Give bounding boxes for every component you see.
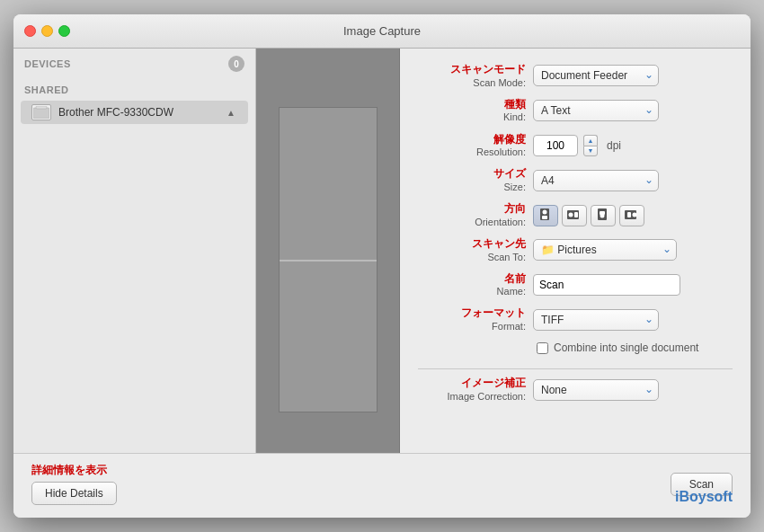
- format-control: TIFF: [533, 309, 659, 331]
- resolution-stepper: ▲ ▼: [583, 135, 598, 156]
- scan-to-control: 📁 Pictures: [533, 239, 677, 261]
- separator: [418, 368, 733, 369]
- resolution-control: ▲ ▼ dpi: [533, 135, 621, 156]
- resolution-label-group: 解像度 Resolution:: [418, 133, 526, 159]
- size-label-group: サイズ Size:: [418, 167, 526, 193]
- hide-details-button[interactable]: Hide Details: [31, 482, 117, 505]
- orientation-jp: 方向: [504, 202, 526, 217]
- kind-dropdown-wrapper: A Text: [533, 100, 659, 121]
- format-en: Format:: [492, 321, 526, 332]
- orientation-en: Orientation:: [475, 217, 526, 228]
- main-window: Image Capture DEVICES 0 SHARED Brother M: [13, 14, 751, 518]
- scan-to-label-group: スキャン先 Scan To:: [418, 237, 526, 263]
- iboysoft-logo-text: iBoysoft: [675, 489, 733, 504]
- scan-to-jp: スキャン先: [472, 237, 526, 252]
- image-correction-select[interactable]: None: [533, 379, 659, 401]
- image-correction-en: Image Correction:: [448, 391, 526, 403]
- kind-control: A Text: [533, 100, 659, 121]
- scan-mode-dropdown-wrapper: Document Feeder: [533, 65, 659, 86]
- shared-label: SHARED: [13, 79, 255, 99]
- format-jp: フォーマット: [461, 306, 526, 321]
- maximize-button[interactable]: [58, 25, 70, 37]
- svg-point-12: [633, 212, 637, 217]
- name-input[interactable]: [533, 274, 680, 296]
- orientation-landscape-btn[interactable]: [562, 205, 587, 226]
- format-dropdown-wrapper: TIFF: [533, 309, 659, 331]
- svg-point-6: [569, 212, 573, 217]
- scan-mode-en: Scan Mode:: [473, 77, 526, 89]
- image-correction-dropdown-wrapper: None: [533, 379, 659, 401]
- traffic-lights: [24, 25, 70, 37]
- kind-select[interactable]: A Text: [533, 100, 659, 121]
- svg-rect-0: [33, 108, 49, 119]
- orientation-label-group: 方向 Orientation:: [418, 202, 526, 228]
- scan-to-dropdown-wrapper: 📁 Pictures: [533, 239, 677, 261]
- svg-rect-13: [627, 212, 631, 217]
- image-correction-jp: イメージ補正: [461, 377, 526, 391]
- device-name: Brother MFC-9330CDW: [58, 106, 218, 119]
- scan-mode-select[interactable]: Document Feeder: [533, 65, 659, 86]
- device-item[interactable]: Brother MFC-9330CDW ▲: [21, 101, 248, 124]
- dpi-label: dpi: [607, 139, 621, 152]
- scan-to-select[interactable]: 📁 Pictures: [533, 239, 677, 261]
- devices-count: 0: [228, 56, 244, 72]
- kind-label-group: 種類 Kind:: [418, 98, 526, 124]
- size-en: Size:: [504, 182, 526, 193]
- devices-header: DEVICES 0: [24, 56, 244, 72]
- name-jp: 名前: [504, 272, 526, 287]
- svg-rect-7: [574, 212, 578, 217]
- format-select[interactable]: TIFF: [533, 309, 659, 331]
- combine-row: Combine into single document: [537, 341, 733, 354]
- resolution-en: Resolution:: [476, 146, 526, 158]
- scan-mode-control: Document Feeder: [533, 65, 659, 86]
- device-icon: [31, 104, 51, 120]
- svg-rect-1: [36, 106, 47, 109]
- kind-jp: 種類: [504, 98, 526, 112]
- scanner-bed: [279, 107, 378, 412]
- settings-panel: スキャンモード Scan Mode: Document Feeder 種類 Ki…: [400, 49, 751, 453]
- orientation-row: 方向 Orientation:: [418, 202, 733, 228]
- titlebar: Image Capture: [13, 14, 751, 49]
- bottom-bar: 詳細情報を表示 Hide Details Scan: [13, 453, 751, 518]
- format-label-group: フォーマット Format:: [418, 306, 526, 332]
- close-button[interactable]: [24, 25, 36, 37]
- name-control: [533, 274, 680, 296]
- kind-row: 種類 Kind: A Text: [418, 98, 733, 124]
- size-select[interactable]: A4: [533, 170, 659, 191]
- orientation-portrait-btn[interactable]: [533, 205, 558, 226]
- kind-en: Kind:: [503, 111, 526, 123]
- size-dropdown-wrapper: A4: [533, 170, 659, 191]
- scan-mode-jp: スキャンモード: [450, 63, 526, 77]
- name-row: 名前 Name:: [418, 272, 733, 298]
- orientation-landscape-flip-btn[interactable]: [619, 205, 644, 226]
- window-title: Image Capture: [343, 24, 421, 38]
- resolution-stepper-up[interactable]: ▲: [583, 135, 598, 146]
- name-label-group: 名前 Name:: [418, 272, 526, 298]
- resolution-row: 解像度 Resolution: ▲ ▼ dpi: [418, 133, 733, 159]
- svg-rect-4: [542, 216, 547, 219]
- scan-mode-label-group: スキャンモード Scan Mode:: [418, 63, 526, 89]
- eject-icon[interactable]: ▲: [225, 106, 237, 119]
- window-footer: 詳細情報を表示 Hide Details Scan iBoysoft: [13, 453, 751, 518]
- name-en: Name:: [497, 286, 526, 297]
- scan-to-en: Scan To:: [487, 252, 526, 263]
- details-jp-label: 詳細情報を表示: [31, 463, 107, 478]
- svg-point-3: [543, 209, 547, 214]
- minimize-button[interactable]: [41, 25, 53, 37]
- combine-checkbox[interactable]: [537, 342, 548, 354]
- format-row: フォーマット Format: TIFF: [418, 306, 733, 332]
- scanner-preview: [256, 49, 400, 453]
- image-correction-row: イメージ補正 Image Correction: None: [418, 377, 733, 403]
- size-control: A4: [533, 170, 659, 191]
- resolution-jp: 解像度: [493, 133, 526, 147]
- resolution-stepper-down[interactable]: ▼: [583, 146, 598, 156]
- resolution-input[interactable]: [533, 135, 578, 156]
- scan-mode-row: スキャンモード Scan Mode: Document Feeder: [418, 63, 733, 89]
- scan-to-row: スキャン先 Scan To: 📁 Pictures: [418, 237, 733, 263]
- image-correction-control: None: [533, 379, 659, 401]
- orientation-portrait-flip-btn[interactable]: [591, 205, 616, 226]
- sidebar: DEVICES 0 SHARED Brother MFC-9330CDW ▲: [13, 49, 256, 453]
- size-row: サイズ Size: A4: [418, 167, 733, 193]
- devices-label: DEVICES: [24, 58, 71, 69]
- size-jp: サイズ: [493, 167, 526, 182]
